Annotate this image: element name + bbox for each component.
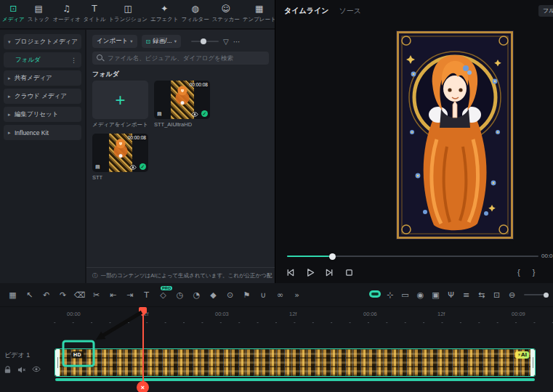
- filter-icon[interactable]: ▽: [223, 38, 229, 46]
- media-item[interactable]: 00:00:08 ▤ ✓ STT_AIUltraHD: [154, 81, 210, 128]
- sidebar-item-influence-kit[interactable]: ▸ Influence Kit: [4, 125, 81, 140]
- chevron-down-icon: ▾: [130, 38, 132, 44]
- tool-split[interactable]: ✂: [88, 290, 105, 300]
- prev-frame-button[interactable]: [286, 268, 295, 277]
- tab-media[interactable]: ⊡ メディア: [1, 4, 26, 23]
- preview-tab-source[interactable]: ソース: [339, 6, 360, 16]
- preview-eye-icon[interactable]: [129, 165, 137, 170]
- tool-redo[interactable]: ↷: [55, 290, 71, 300]
- source-filter-dropdown[interactable]: ⊡ 録画/... ▾: [142, 35, 181, 48]
- tool-zoom-out[interactable]: ⊖: [504, 290, 520, 300]
- tool-trim-right[interactable]: ⇥: [121, 290, 138, 300]
- tool-magnet[interactable]: ∪: [255, 290, 272, 300]
- import-media-tile[interactable]: + メディアをインポート: [92, 81, 148, 128]
- tab-audio-icon: ♫: [62, 4, 70, 14]
- tool-delete[interactable]: ⌫: [71, 290, 88, 300]
- tool-speed[interactable]: ◔: [188, 290, 205, 300]
- mute-track-icon[interactable]: [17, 366, 26, 374]
- caret-icon: ▸: [8, 130, 15, 136]
- tool-swap[interactable]: ⇆: [474, 290, 489, 300]
- media-grid: + メディアをインポート 00:00:08 ▤ ✓ STT_AIU: [92, 81, 270, 181]
- tab-filter[interactable]: ◍ フィルター: [179, 4, 210, 23]
- tool-select[interactable]: ↖: [21, 290, 38, 300]
- tab-label: ストック: [28, 16, 50, 23]
- screen-record-icon: ⊡: [146, 38, 151, 45]
- tool-cover[interactable]: ▣: [428, 290, 443, 300]
- tool-track-manager[interactable]: ▦: [4, 290, 21, 300]
- tab-label: タイトル: [84, 16, 106, 23]
- hd-proxy-badge[interactable]: HD: [71, 351, 84, 358]
- playhead-scissor-marker[interactable]: ×: [137, 381, 149, 392]
- stop-button[interactable]: [344, 268, 354, 277]
- tool-link[interactable]: ∞: [272, 290, 288, 300]
- timeline-ruler[interactable]: 00:00 12f 00:03 12f 00:06 12f 00:09: [0, 307, 553, 323]
- tab-filter-icon: ◍: [191, 4, 198, 14]
- tab-label: エフェクト: [150, 16, 178, 23]
- tool-adjust[interactable]: ≡: [459, 290, 474, 300]
- next-frame-button[interactable]: [325, 268, 334, 277]
- media-name-label: STT_AIUltraHD: [154, 121, 210, 128]
- tab-title[interactable]: T タイトル: [82, 4, 108, 23]
- import-button[interactable]: インポート ▾: [92, 35, 137, 48]
- caret-icon: ▸: [8, 75, 15, 81]
- tool-fit[interactable]: ⊡: [489, 290, 504, 300]
- tool-more[interactable]: »: [288, 290, 305, 300]
- tool-undo[interactable]: ↶: [38, 290, 55, 300]
- hide-track-icon[interactable]: [32, 366, 41, 374]
- video-clip[interactable]: HD ⚡AI: [55, 348, 536, 377]
- clip-left-handle[interactable]: [55, 349, 60, 376]
- info-icon: ⓘ: [92, 272, 98, 279]
- timeline-zoom-knob[interactable]: [544, 293, 549, 298]
- sidebar-item-shared-media[interactable]: ▸ 共有メディア: [4, 70, 81, 86]
- local-media-icon: ▤: [156, 111, 163, 117]
- plus-icon: +: [115, 91, 125, 109]
- tool-timer[interactable]: ◷: [171, 290, 188, 300]
- tool-canvas-frame[interactable]: ▭: [397, 290, 413, 300]
- timeline-zoom-slider[interactable]: [524, 294, 549, 295]
- tool-graph-editor[interactable]: ◇ PRO: [155, 290, 171, 300]
- sidebar-item-edit-presets[interactable]: ▸ 編集プリセット: [4, 107, 81, 122]
- mark-out-button[interactable]: }: [533, 268, 536, 277]
- media-search[interactable]: [92, 52, 269, 65]
- tool-mask[interactable]: ⊹: [382, 290, 397, 300]
- tab-audio[interactable]: ♫ オーディオ: [51, 4, 81, 23]
- tab-template[interactable]: ▦ テンプレート: [241, 4, 278, 23]
- item-options-icon[interactable]: ⋮: [70, 57, 77, 64]
- preview-tab-timeline[interactable]: タイムライン: [284, 6, 328, 16]
- tool-screen-record[interactable]: ◉: [413, 290, 428, 300]
- tool-text[interactable]: T: [138, 290, 155, 300]
- thumbnail-size-slider[interactable]: [191, 41, 219, 42]
- sidebar-item-project-media[interactable]: ▾ プロジェクトメディア: [4, 34, 81, 49]
- media-item[interactable]: 00:00:08 ▤ ✓ STT: [92, 134, 148, 181]
- ruler-tick-label: 12f: [289, 311, 296, 317]
- sidebar-item-cloud-media[interactable]: ▸ クラウド メディア: [4, 89, 81, 104]
- tool-preview-axis[interactable]: [367, 290, 382, 300]
- clip-audio-strip[interactable]: [55, 378, 535, 381]
- tab-stock-icon: ▤: [34, 4, 42, 14]
- tab-transition[interactable]: ◫ トランジション: [107, 4, 149, 23]
- thumbnail-size-knob[interactable]: [201, 38, 206, 44]
- tool-trim-left[interactable]: ⇤: [105, 290, 121, 300]
- mark-in-button[interactable]: {: [517, 268, 520, 277]
- tool-keyframe[interactable]: ◆: [205, 290, 222, 300]
- tab-effect[interactable]: ✦ エフェクト: [149, 4, 179, 23]
- tab-label: トランジション: [108, 16, 148, 23]
- tab-stock[interactable]: ▤ ストック: [26, 4, 52, 23]
- play-button[interactable]: [305, 268, 315, 277]
- tab-sticker[interactable]: ☺ ステッカー: [211, 4, 241, 23]
- tool-zoom[interactable]: ⊙: [222, 290, 238, 300]
- progress-knob[interactable]: [329, 253, 336, 260]
- search-input[interactable]: [108, 54, 265, 62]
- lock-track-icon[interactable]: [4, 366, 12, 374]
- more-options-icon[interactable]: ⋯: [233, 38, 241, 46]
- clip-right-handle[interactable]: [530, 349, 535, 376]
- media-panel: インポート ▾ ⊡ 録画/... ▾ ▽ ⋯ フォルダ +: [86, 30, 275, 283]
- tab-title-icon: T: [92, 4, 97, 14]
- quality-selector[interactable]: フル画質: [538, 5, 553, 17]
- playback-progress-bar[interactable]: [287, 256, 538, 257]
- tool-voiceover-mic[interactable]: Ψ: [443, 290, 459, 300]
- caret-icon: ▸: [8, 112, 15, 118]
- sidebar-item-folder[interactable]: フォルダ ⋮: [4, 52, 81, 68]
- preview-eye-icon[interactable]: [191, 112, 198, 117]
- tool-marker[interactable]: ⚑: [238, 290, 255, 300]
